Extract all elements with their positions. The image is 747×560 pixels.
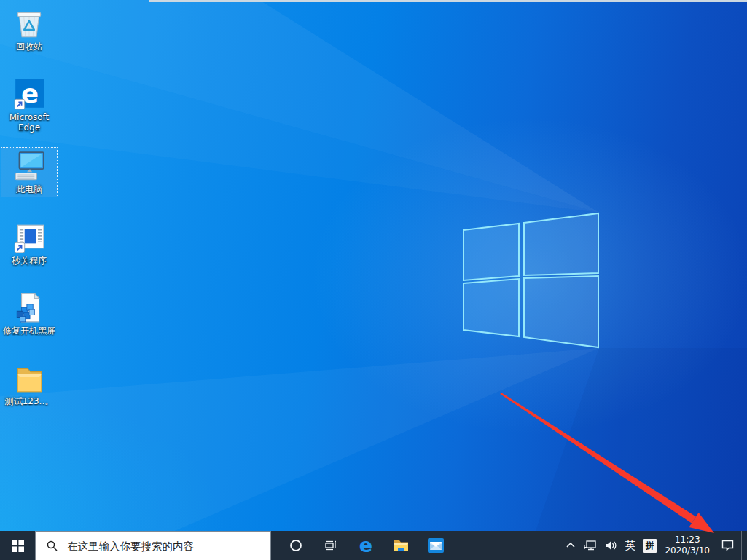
folder-icon (12, 361, 46, 395)
task-view-icon (324, 539, 337, 552)
icon-label: 测试123..。 (1, 396, 57, 406)
search-input[interactable] (66, 540, 270, 553)
icon-label: 秒关程序 (1, 256, 57, 266)
network-tray-button[interactable] (580, 531, 601, 560)
tray-expand-button[interactable] (561, 531, 580, 560)
top-edge-window-strip (149, 0, 747, 2)
shortcut-arrow (15, 99, 25, 109)
action-center-icon (721, 540, 734, 551)
clock[interactable]: 11:23 2020/3/10 (660, 535, 714, 556)
svg-text:e: e (359, 535, 372, 556)
desktop-icon-recycle-bin[interactable]: 回收站 (1, 4, 58, 55)
shadow-wedge (536, 348, 747, 531)
show-desktop-button[interactable] (741, 531, 747, 560)
chevron-up-icon (565, 540, 576, 551)
ime-mode-button[interactable]: 拼 (639, 531, 660, 560)
program-window-icon (12, 221, 46, 254)
volume-tray-button[interactable] (601, 531, 621, 560)
task-view-button[interactable] (313, 531, 348, 560)
system-tray: 英 拼 11:23 2020/3/10 (561, 531, 747, 560)
mail-icon (427, 537, 445, 554)
cortana-button[interactable] (278, 531, 313, 560)
wallpaper-art (0, 0, 747, 531)
registry-file-icon (12, 291, 46, 324)
start-button[interactable] (0, 531, 35, 560)
clock-time: 11:23 (665, 535, 710, 545)
file-explorer-button[interactable] (383, 531, 418, 560)
shortcut-arrow (15, 242, 25, 253)
windows-logo (464, 213, 598, 347)
windows-desktop: 回收站 e Microsoft Edge 此电脑 (0, 0, 747, 560)
mail-button[interactable] (418, 531, 453, 560)
recycle-bin-icon (12, 7, 46, 40)
file-explorer-icon (392, 537, 410, 554)
windows-start-icon (12, 540, 24, 552)
edge-icon: e (12, 77, 46, 111)
light-beam (0, 348, 599, 531)
taskbar: e (0, 531, 747, 560)
icon-label: 此电脑 (1, 184, 57, 194)
language-indicator[interactable]: 英 (621, 531, 639, 560)
desktop-icon-this-pc[interactable]: 此电脑 (1, 147, 58, 197)
icon-label: Microsoft Edge (1, 112, 57, 133)
language-label: 英 (625, 539, 635, 553)
ime-label: 拼 (643, 539, 657, 553)
desktop-icon-test-folder[interactable]: 测试123..。 (1, 359, 58, 409)
icon-label: 回收站 (1, 42, 57, 52)
this-pc-icon (12, 149, 46, 183)
edge-taskbar-button[interactable]: e (348, 531, 383, 560)
desktop-icon-miaoguan-program[interactable]: 秒关程序 (1, 218, 58, 269)
speaker-volume-icon (604, 540, 617, 551)
action-center-button[interactable] (714, 531, 741, 560)
cortana-icon (289, 539, 302, 552)
edge-icon: e (356, 535, 376, 556)
clock-date: 2020/3/10 (665, 545, 710, 556)
desktop-wallpaper[interactable] (0, 0, 747, 531)
desktop-icon-fix-boot-black-screen[interactable]: 修复开机黑屏 (1, 288, 58, 339)
icon-label: 修复开机黑屏 (1, 326, 57, 336)
ethernet-network-icon (584, 540, 597, 551)
taskbar-search-box[interactable] (35, 531, 271, 560)
desktop-icon-microsoft-edge[interactable]: e Microsoft Edge (1, 75, 58, 135)
search-icon (46, 540, 58, 552)
